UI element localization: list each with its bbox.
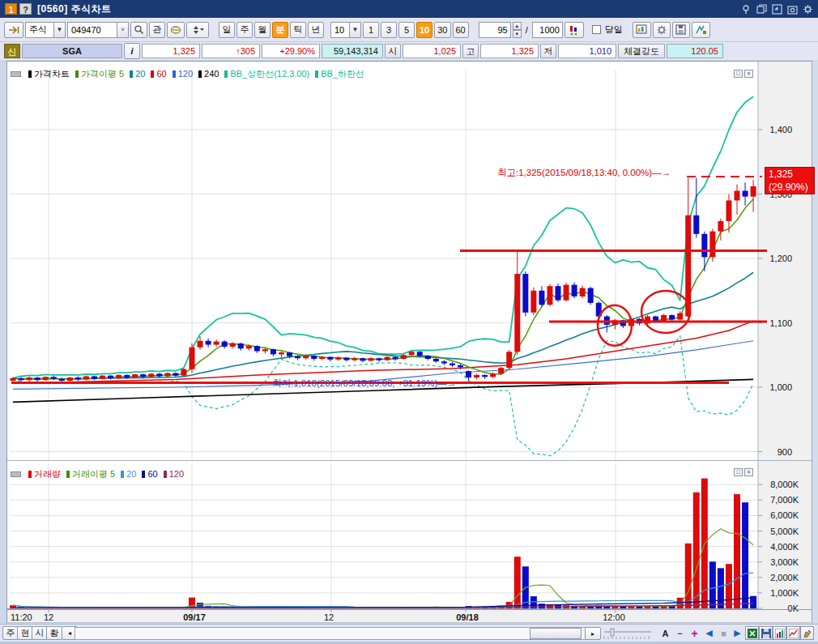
- series-marker: [28, 471, 32, 478]
- stock-info-row: 신 SGA i 1,325 ↑305 +29.90% 59,143,314 시 …: [0, 42, 818, 60]
- save-icon[interactable]: [672, 22, 690, 38]
- visible-bars-stepper[interactable]: ▲▼: [513, 22, 522, 38]
- tab-current[interactable]: 현: [17, 626, 33, 640]
- svg-text:12:00: 12:00: [603, 612, 625, 622]
- svg-text:09/17: 09/17: [183, 612, 206, 622]
- stock-spinner[interactable]: [186, 22, 209, 38]
- svg-text:0K: 0K: [788, 603, 799, 613]
- series-marker: [130, 70, 133, 78]
- panel-handle[interactable]: [11, 71, 21, 77]
- series-marker: [224, 70, 228, 78]
- right-edge-strip: [812, 61, 818, 623]
- volume-legend: 거래량 거래이평 5 20 60 120: [11, 468, 184, 480]
- traded-volume: 59,143,314: [322, 44, 383, 58]
- period-minute-button[interactable]: 분: [272, 22, 288, 38]
- stock-code-input[interactable]: 049470˅: [67, 22, 129, 38]
- zoom-in-icon[interactable]: +: [688, 626, 701, 640]
- minute-30-button[interactable]: 30: [434, 22, 450, 38]
- price-change: ↑305: [202, 44, 260, 58]
- zoom-out-icon[interactable]: −: [673, 626, 687, 640]
- zoom-slider[interactable]: [603, 628, 653, 640]
- svg-text:09/18: 09/18: [456, 612, 479, 622]
- series-marker: [173, 70, 176, 78]
- minute-3-button[interactable]: 3: [381, 22, 397, 38]
- window-number-badge: 1: [5, 3, 17, 15]
- chevron-down-icon: ▼: [349, 23, 360, 37]
- asset-type-dropdown[interactable]: 주식▼: [25, 22, 66, 38]
- new-listing-badge: 신: [4, 44, 20, 58]
- panel-close-button[interactable]: ×: [744, 468, 753, 476]
- svg-text:12: 12: [324, 612, 334, 622]
- panel-handle[interactable]: [11, 471, 21, 477]
- current-price: 1,325: [142, 44, 200, 58]
- capture-icon[interactable]: [787, 4, 798, 15]
- period-tick-button[interactable]: 틱: [290, 22, 306, 38]
- chart-grid-icon[interactable]: [773, 626, 786, 640]
- period-week-button[interactable]: 주: [236, 22, 253, 38]
- stock-info-button[interactable]: i: [124, 43, 140, 59]
- tab-stock[interactable]: 주: [2, 626, 19, 640]
- change-percent: +29.90%: [262, 44, 320, 58]
- scroll-right-icon[interactable]: ▸: [585, 627, 601, 640]
- draw-tools-icon[interactable]: [692, 22, 710, 38]
- step-forward-icon[interactable]: ▶: [731, 626, 744, 640]
- gear-icon[interactable]: [653, 22, 671, 38]
- pin-icon[interactable]: [741, 4, 752, 15]
- tab-time[interactable]: 시: [32, 626, 48, 640]
- interval-dropdown[interactable]: 10▼: [330, 22, 361, 38]
- minute-1-button[interactable]: 1: [363, 22, 379, 38]
- panel-close-button[interactable]: ×: [744, 70, 753, 78]
- chevron-down-icon: ▼: [53, 23, 65, 37]
- stop-icon[interactable]: ■: [717, 626, 731, 640]
- search-icon[interactable]: [130, 22, 147, 38]
- panel-minimize-button[interactable]: □: [734, 468, 743, 476]
- auto-scale-button[interactable]: A: [658, 626, 672, 640]
- new-window-icon[interactable]: [756, 4, 767, 15]
- series-marker: [164, 471, 167, 478]
- help-icon[interactable]: ?: [19, 3, 32, 15]
- minute-60-button[interactable]: 60: [453, 22, 469, 38]
- chart-line-icon[interactable]: [786, 626, 800, 640]
- period-day-button[interactable]: 일: [219, 22, 235, 38]
- period-month-button[interactable]: 월: [254, 22, 271, 38]
- chart-scrollbar[interactable]: [75, 627, 598, 640]
- chart-toolbar: 주식▼ 049470˅ 관 일 주 월 분 틱 년 10▼ 1 3 5 10 3…: [0, 18, 818, 42]
- window-title: [0560] 주식차트: [37, 2, 112, 16]
- panel-minimize-button[interactable]: □: [734, 70, 743, 78]
- svg-text:2,000K: 2,000K: [770, 573, 799, 582]
- minute-5-button[interactable]: 5: [398, 22, 415, 38]
- bars-rewind-icon[interactable]: [565, 22, 584, 38]
- duplicate-window-icon[interactable]: [772, 4, 782, 15]
- trade-strength: 120.05: [667, 44, 723, 58]
- save-chart-icon[interactable]: [759, 626, 773, 640]
- svg-text:900: 900: [778, 447, 792, 457]
- today-checkbox[interactable]: [592, 25, 601, 34]
- total-bars-input[interactable]: 1000: [532, 22, 563, 38]
- tab-market[interactable]: 황: [46, 626, 62, 640]
- export-excel-icon[interactable]: [745, 626, 759, 640]
- step-back-icon[interactable]: ◀: [702, 626, 716, 640]
- view-toggle-icon[interactable]: [167, 22, 185, 38]
- high-label: 고: [462, 44, 479, 58]
- current-price-flag: 1,325 (29.90%): [765, 167, 815, 194]
- slash-label: /: [526, 25, 528, 35]
- period-year-button[interactable]: 년: [308, 22, 324, 38]
- visible-bars-input[interactable]: 95: [479, 22, 511, 38]
- minute-10-button[interactable]: 10: [416, 22, 432, 38]
- today-label: 당일: [605, 23, 623, 36]
- price-panel-buttons: □ ×: [734, 70, 753, 78]
- series-marker: [142, 471, 145, 478]
- interest-group-button[interactable]: 관: [149, 22, 165, 38]
- draw-pencil-icon[interactable]: [800, 626, 814, 640]
- stock-name[interactable]: SGA: [22, 44, 122, 58]
- svg-text:3,000K: 3,000K: [770, 557, 799, 567]
- svg-text:7,000K: 7,000K: [770, 495, 799, 505]
- chart-canvas[interactable]: 1,4001,3001,2001,1001,0009008,000K7,000K…: [0, 60, 818, 624]
- settings-gear-icon[interactable]: [803, 4, 813, 15]
- svg-text:4,000K: 4,000K: [770, 542, 799, 552]
- low-label: 저: [540, 44, 556, 58]
- chart-area: 1,4001,3001,2001,1001,0009008,000K7,000K…: [0, 60, 818, 624]
- chart-window-icon[interactable]: [633, 22, 651, 38]
- scrollbar-thumb[interactable]: [530, 628, 582, 639]
- goto-stock-icon[interactable]: [4, 22, 23, 38]
